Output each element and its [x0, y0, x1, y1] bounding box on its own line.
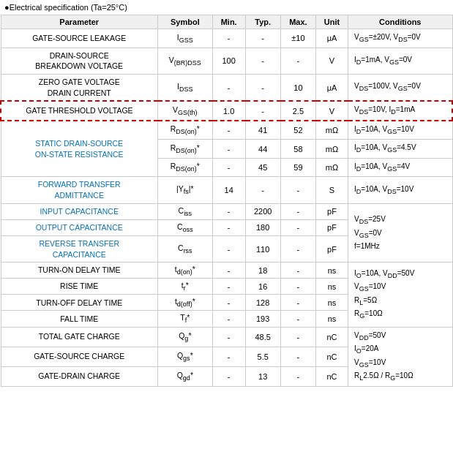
col-typ: Typ.: [245, 15, 280, 29]
col-conditions: Conditions: [348, 15, 452, 29]
col-parameter: Parameter: [1, 15, 157, 29]
spec-table: Parameter Symbol Min. Typ. Max. Unit Con…: [0, 15, 453, 387]
col-min: Min.: [212, 15, 245, 29]
col-symbol: Symbol: [157, 15, 212, 29]
col-unit: Unit: [316, 15, 348, 29]
header: ●Electrical specification (Ta=25°C): [0, 0, 453, 15]
col-max: Max.: [280, 15, 315, 29]
